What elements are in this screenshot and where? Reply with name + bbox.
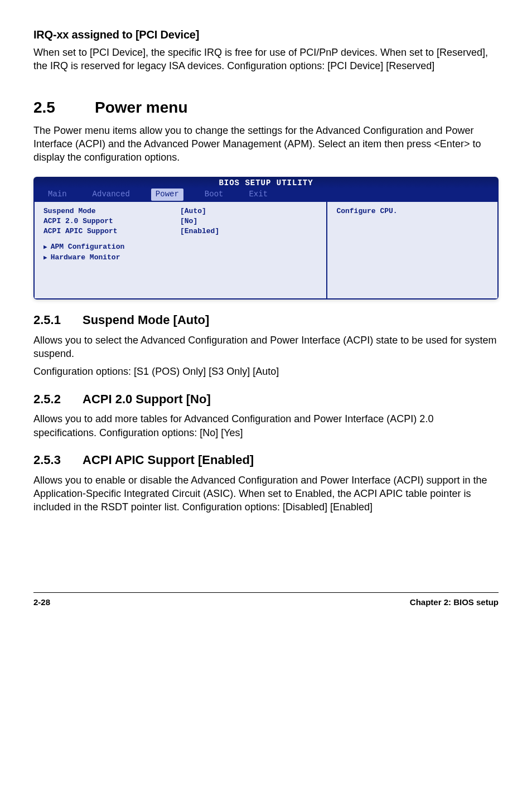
section-2-5-title: 2.5Power menu	[33, 96, 499, 118]
section-2-5-3-title: 2.5.3ACPI APIC Support [Enabled]	[33, 452, 499, 469]
bios-body: Suspend Mode [Auto] ACPI 2.0 Support [No…	[33, 202, 499, 299]
bios-item-value: [Auto]	[180, 206, 206, 216]
chapter-label: Chapter 2: BIOS setup	[410, 596, 499, 608]
bios-item-value: [No]	[180, 216, 197, 226]
bios-tab-advanced[interactable]: Advanced	[88, 189, 134, 201]
subsection-number: 2.5.2	[33, 391, 83, 408]
page-number: 2-28	[33, 596, 50, 608]
page-footer: 2-28 Chapter 2: BIOS setup	[33, 592, 499, 608]
bios-subitem-apm[interactable]: ▶APM Configuration	[43, 242, 317, 252]
bios-panel: BIOS SETUP UTILITY Main Advanced Power B…	[33, 177, 499, 299]
bios-title: BIOS SETUP UTILITY	[33, 177, 499, 189]
subsection-name: ACPI 2.0 Support [No]	[83, 392, 211, 406]
bios-tab-exit[interactable]: Exit	[244, 189, 272, 201]
triangle-icon: ▶	[43, 254, 47, 261]
subsection-number: 2.5.3	[33, 452, 83, 469]
bios-subitem-label: APM Configuration	[51, 243, 125, 251]
bios-help-pane: Configure CPU.	[326, 202, 499, 299]
bios-item-acpi20[interactable]: ACPI 2.0 Support [No]	[43, 216, 317, 226]
section-2-5-2-body: Allows you to add more tables for Advanc…	[33, 412, 499, 439]
bios-tab-bar: Main Advanced Power Boot Exit	[33, 189, 499, 202]
bios-item-label: Suspend Mode	[43, 206, 180, 216]
bios-item-label: ACPI APIC Support	[43, 226, 180, 236]
bios-item-acpiapic[interactable]: ACPI APIC Support [Enabled]	[43, 226, 317, 236]
section-2-5-body: The Power menu items allow you to change…	[33, 124, 499, 165]
bios-help-text: Configure CPU.	[336, 206, 489, 216]
bios-item-label: ACPI 2.0 Support	[43, 216, 180, 226]
subsection-name: ACPI APIC Support [Enabled]	[83, 453, 254, 467]
bios-left-pane: Suspend Mode [Auto] ACPI 2.0 Support [No…	[33, 202, 326, 299]
bios-tab-power[interactable]: Power	[151, 189, 183, 201]
bios-item-value: [Enabled]	[180, 226, 219, 236]
bios-tab-boot[interactable]: Boot	[200, 189, 228, 201]
bios-subitems: ▶APM Configuration ▶Hardware Monitor	[43, 242, 317, 262]
subsection-number: 2.5.1	[33, 312, 83, 329]
bios-item-suspend[interactable]: Suspend Mode [Auto]	[43, 206, 317, 216]
section-2-5-1-p2: Configuration options: [S1 (POS) Only] […	[33, 365, 499, 378]
bios-subitem-label: Hardware Monitor	[51, 253, 120, 262]
section-2-5-2-title: 2.5.2ACPI 2.0 Support [No]	[33, 391, 499, 408]
section-name: Power menu	[95, 99, 187, 116]
bios-subitem-hwmon[interactable]: ▶Hardware Monitor	[43, 253, 317, 263]
section-2-5-1-title: 2.5.1Suspend Mode [Auto]	[33, 312, 499, 329]
subsection-name: Suspend Mode [Auto]	[83, 313, 209, 327]
triangle-icon: ▶	[43, 244, 47, 250]
irq-body: When set to [PCI Device], the specific I…	[33, 46, 499, 73]
irq-heading: IRQ-xx assigned to [PCI Device]	[33, 27, 499, 42]
section-number: 2.5	[33, 96, 95, 118]
section-2-5-1-p1: Allows you to select the Advanced Config…	[33, 334, 499, 361]
section-2-5-3-body: Allows you to enable or disable the Adva…	[33, 474, 499, 514]
bios-tab-main[interactable]: Main	[43, 189, 71, 201]
